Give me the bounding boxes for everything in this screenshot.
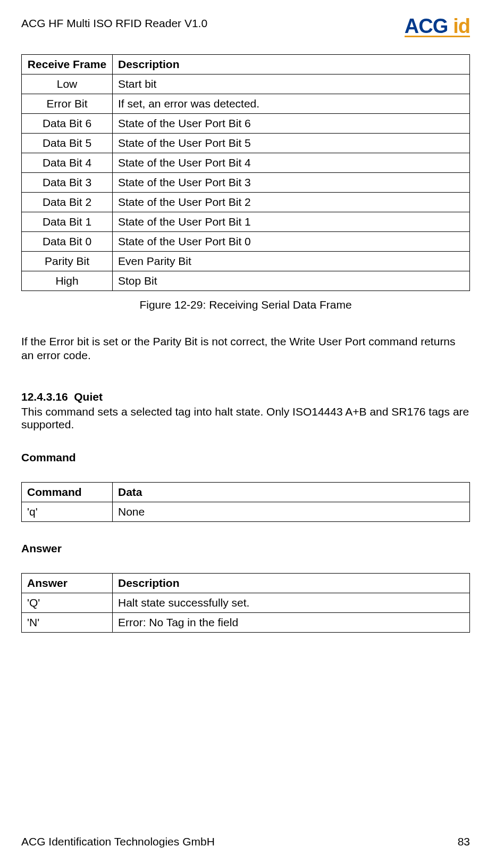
table-cell: None <box>113 502 470 521</box>
receive-frame-table: Receive Frame Description LowStart bit E… <box>21 54 470 291</box>
table-row: Data Bit 1State of the User Port Bit 1 <box>22 212 470 232</box>
table-header: Description <box>113 55 470 74</box>
table-header-row: Receive Frame Description <box>22 55 470 74</box>
table-cell: Error: No Tag in the field <box>113 612 470 632</box>
table-row: Error BitIf set, an error was detected. <box>22 94 470 114</box>
table-header-row: Answer Description <box>22 573 470 593</box>
table-row: Parity BitEven Parity Bit <box>22 252 470 271</box>
table-row: Data Bit 5State of the User Port Bit 5 <box>22 134 470 153</box>
table-cell: Data Bit 6 <box>22 114 113 134</box>
logo-id-text: id <box>453 15 470 38</box>
section-body: This command sets a selected tag into ha… <box>21 405 470 431</box>
table-cell: Data Bit 1 <box>22 212 113 232</box>
logo-acg-text: ACG <box>405 15 448 38</box>
table-header: Description <box>113 573 470 593</box>
table-cell: Data Bit 3 <box>22 173 113 193</box>
doc-title: ACG HF Multi ISO RFID Reader V1.0 <box>21 17 207 30</box>
table-row: Data Bit 0State of the User Port Bit 0 <box>22 232 470 252</box>
table-cell: 'Q' <box>22 593 113 612</box>
section-title: Quiet <box>74 391 103 403</box>
footer-page-number: 83 <box>458 835 470 848</box>
table-header: Receive Frame <box>22 55 113 74</box>
table-cell: Start bit <box>113 74 470 94</box>
table-cell: Halt state successfully set. <box>113 593 470 612</box>
table-row: Data Bit 2State of the User Port Bit 2 <box>22 193 470 212</box>
section-heading: 12.4.3.16 Quiet <box>21 391 470 403</box>
command-heading: Command <box>21 451 470 464</box>
table-cell: 'q' <box>22 502 113 521</box>
table-header: Answer <box>22 573 113 593</box>
table-cell: Data Bit 4 <box>22 153 113 173</box>
table-cell: Data Bit 2 <box>22 193 113 212</box>
table-row: HighStop Bit <box>22 271 470 291</box>
table-header-row: Command Data <box>22 482 470 502</box>
table-row: 'q'None <box>22 502 470 521</box>
table-cell: State of the User Port Bit 6 <box>113 114 470 134</box>
figure-caption: Figure 12-29: Receiving Serial Data Fram… <box>21 298 470 311</box>
table-header: Data <box>113 482 470 502</box>
table-cell: 'N' <box>22 612 113 632</box>
table-row: LowStart bit <box>22 74 470 94</box>
answer-heading: Answer <box>21 542 470 555</box>
logo: ACG id <box>405 15 470 37</box>
footer-company: ACG Identification Technologies GmbH <box>21 835 215 848</box>
table-cell: Data Bit 0 <box>22 232 113 252</box>
table-cell: Parity Bit <box>22 252 113 271</box>
table-cell: State of the User Port Bit 4 <box>113 153 470 173</box>
table-cell: Low <box>22 74 113 94</box>
table-cell: State of the User Port Bit 0 <box>113 232 470 252</box>
table-cell: If set, an error was detected. <box>113 94 470 114</box>
page-footer: ACG Identification Technologies GmbH 83 <box>21 835 470 848</box>
table-cell: Stop Bit <box>113 271 470 291</box>
table-row: Data Bit 4State of the User Port Bit 4 <box>22 153 470 173</box>
table-cell: State of the User Port Bit 5 <box>113 134 470 153</box>
table-cell: State of the User Port Bit 3 <box>113 173 470 193</box>
table-cell: High <box>22 271 113 291</box>
table-cell: State of the User Port Bit 2 <box>113 193 470 212</box>
command-table: Command Data 'q'None <box>21 482 470 522</box>
error-paragraph: If the Error bit is set or the Parity Bi… <box>21 335 470 363</box>
answer-table: Answer Description 'Q'Halt state success… <box>21 573 470 633</box>
table-row: Data Bit 3State of the User Port Bit 3 <box>22 173 470 193</box>
section-number: 12.4.3.16 <box>21 391 68 403</box>
table-row: 'Q'Halt state successfully set. <box>22 593 470 612</box>
table-cell: Data Bit 5 <box>22 134 113 153</box>
table-cell: Even Parity Bit <box>113 252 470 271</box>
page-header: ACG HF Multi ISO RFID Reader V1.0 ACG id <box>21 15 470 37</box>
table-cell: State of the User Port Bit 1 <box>113 212 470 232</box>
table-row: Data Bit 6State of the User Port Bit 6 <box>22 114 470 134</box>
table-row: 'N'Error: No Tag in the field <box>22 612 470 632</box>
table-header: Command <box>22 482 113 502</box>
table-cell: Error Bit <box>22 94 113 114</box>
